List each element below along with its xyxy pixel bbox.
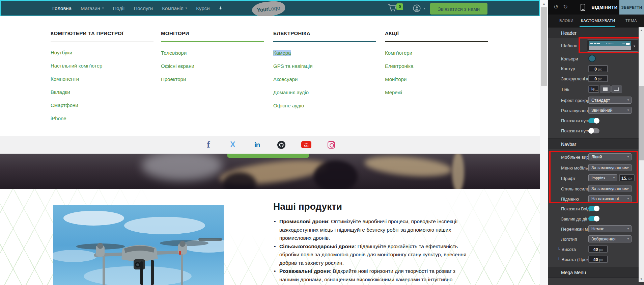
header-template-select[interactable]: LOGO ▼ <box>587 40 638 52</box>
show-login-toggle[interactable] <box>588 206 599 211</box>
mobile-preview-icon[interactable] <box>581 4 585 11</box>
chevron-down-icon: ▼ <box>627 99 629 102</box>
tab-customize[interactable]: КАСТОМІЗУВАТИ <box>581 19 615 23</box>
nav-item-shop[interactable]: Магазин▾ <box>81 5 104 11</box>
mega-item[interactable]: Домашнє аудіо <box>273 89 376 96</box>
outline-width-input[interactable]: 0px <box>588 65 608 72</box>
position-dropdown[interactable]: Звичайний▼ <box>588 107 632 114</box>
section-header[interactable]: Header <box>548 27 644 38</box>
font-size-input[interactable]: 15.px <box>619 174 635 181</box>
nav-item-events[interactable]: Події <box>113 5 124 11</box>
drone-photo <box>53 205 224 285</box>
redo-icon[interactable]: ↻ <box>563 3 568 10</box>
contact-us-button[interactable]: Зв'язатися з нами <box>430 3 487 15</box>
canvas-scrollbar-thumb[interactable] <box>541 7 547 86</box>
chevron-down-icon: ▼ <box>627 109 629 112</box>
nav-item-services[interactable]: Послуги <box>134 5 153 11</box>
tab-theme[interactable]: ТЕМА <box>625 19 637 23</box>
shadow-soft-button[interactable] <box>600 85 611 93</box>
site-navbar[interactable]: Головна Магазин▾ Події Послуги Компанія▾… <box>0 0 540 16</box>
mega-item[interactable]: Проектори <box>161 76 264 83</box>
scroll-up-arrow-icon[interactable]: ▲ <box>540 2 548 5</box>
logo-height-input[interactable]: 40px <box>588 245 608 253</box>
site-logo[interactable]: YourLogo <box>251 0 286 18</box>
mega-item[interactable]: Настільний комп'ютер <box>51 62 153 69</box>
mega-column-monitors: МОНІТОРИ Телевізори Офісні екрани Проект… <box>161 30 264 83</box>
mobile-align-dropdown[interactable]: Лівий▼ <box>588 153 632 160</box>
shadow-none-button[interactable]: Не... <box>588 85 599 93</box>
language-switcher-dropdown[interactable]: Немає▼ <box>588 225 632 232</box>
mega-item[interactable]: iPhone <box>51 115 153 122</box>
cart-button[interactable]: 0 <box>388 4 403 13</box>
link-style-dropdown[interactable]: За замовчуванням▼ <box>588 185 632 192</box>
mobile-menu-dropdown[interactable]: За замовчуванням▼ <box>588 164 632 171</box>
mega-item[interactable]: Аксесуари <box>273 76 376 83</box>
user-icon <box>413 4 421 12</box>
add-page-icon[interactable]: + <box>219 5 222 11</box>
nav-item-courses[interactable]: Курси <box>196 5 209 11</box>
section-navbar[interactable]: Navbar <box>548 138 644 149</box>
submenu-dropdown[interactable]: На натисканні▼ <box>588 195 632 202</box>
instagram-icon[interactable] <box>327 140 336 149</box>
corner-radius-input[interactable]: 0px <box>588 75 608 82</box>
template-preview: LOGO <box>589 41 631 50</box>
mega-item[interactable]: Офісне аудіо <box>273 102 376 109</box>
hero-cta-button-partial[interactable] <box>227 154 309 158</box>
save-button[interactable]: ЗБЕРЕГТИ <box>619 0 644 15</box>
logo-type-dropdown[interactable]: Зображення▼ <box>588 235 632 242</box>
canvas-scrollbar[interactable]: ▲ <box>540 0 548 285</box>
github-icon[interactable] <box>277 140 286 149</box>
panel-scrollbar[interactable]: ▲ ▼ <box>639 27 644 282</box>
scroll-effect-dropdown[interactable]: Стандарт▼ <box>588 97 632 104</box>
nav-menu: Головна Магазин▾ Події Послуги Компанія▾… <box>52 1 222 16</box>
nav-item-home[interactable]: Головна <box>52 5 72 11</box>
mega-item[interactable]: Мережі <box>385 89 488 96</box>
header-colors-swatch[interactable] <box>588 55 596 62</box>
soft-shadow-icon <box>603 87 608 91</box>
shadow-options: Не... <box>588 85 622 93</box>
undo-icon[interactable]: ↺ <box>554 3 558 10</box>
active-tab-indicator <box>580 26 615 27</box>
mega-item[interactable]: Смартфони <box>51 102 153 109</box>
show-empty-toggle-2[interactable] <box>588 128 599 133</box>
chevron-down-icon: ▼ <box>627 166 629 169</box>
mega-item[interactable]: Електроніка <box>385 63 488 70</box>
mega-item[interactable]: Телевізори <box>161 50 264 56</box>
product-bullet: Промислові дрони: Оптимізуйте виробничі … <box>273 217 473 242</box>
hero-blur-shape <box>142 154 223 181</box>
mega-column-computers: КОМП'ЮТЕРИ ТА ПРИСТРОЇ Ноутбуки Настільн… <box>51 30 153 122</box>
font-family-dropdown[interactable]: Poppins▼ <box>588 174 617 181</box>
discard-button[interactable]: ВІДМІНИТИ <box>589 5 620 10</box>
scroll-down-arrow-icon[interactable]: ▼ <box>639 278 644 281</box>
call-to-action-toggle[interactable] <box>588 216 599 221</box>
mega-item[interactable]: Комп'ютери <box>385 50 488 56</box>
chevron-down-icon: ▾ <box>102 6 104 10</box>
chevron-down-icon: ▼ <box>613 176 615 179</box>
account-menu[interactable]: ▾ <box>413 4 425 12</box>
logo-height-scroll-input[interactable]: 40px <box>588 256 608 263</box>
mega-item[interactable]: Вкладки <box>51 89 153 96</box>
chevron-down-icon: ▼ <box>627 155 629 158</box>
chevron-down-icon: ▼ <box>627 227 629 230</box>
x-twitter-icon[interactable]: X <box>228 140 237 149</box>
linkedin-icon[interactable]: in <box>253 140 261 149</box>
panel-scrollbar-thumb[interactable] <box>639 86 644 160</box>
mega-menu-dropdown: КОМП'ЮТЕРИ ТА ПРИСТРОЇ Ноутбуки Настільн… <box>0 16 540 136</box>
cart-count-badge: 0 <box>396 3 403 10</box>
hero-blur-shape <box>452 154 464 189</box>
mega-column-promos: АКЦІЇ Комп'ютери Електроніка Монітори Ме… <box>385 30 488 96</box>
scroll-up-arrow-icon[interactable]: ▲ <box>639 29 644 32</box>
facebook-icon[interactable]: f <box>204 140 213 149</box>
shadow-hard-button[interactable] <box>611 85 622 93</box>
mega-item[interactable]: GPS та навігація <box>273 63 376 70</box>
mega-item[interactable]: Офісні екрани <box>161 63 264 70</box>
mega-item[interactable]: Компоненти <box>51 76 153 82</box>
section-mega-menu[interactable]: Mega Menu <box>548 267 644 278</box>
mega-item[interactable]: Монітори <box>385 76 488 83</box>
mega-item-selected[interactable]: Камера <box>273 50 376 56</box>
show-empty-toggle-1[interactable] <box>588 118 599 123</box>
nav-item-company[interactable]: Компанія▾ <box>162 5 187 11</box>
mega-item[interactable]: Ноутбуки <box>51 49 153 56</box>
tab-blocks[interactable]: БЛОКИ <box>559 19 573 23</box>
youtube-icon[interactable]: YouTube <box>301 141 311 148</box>
